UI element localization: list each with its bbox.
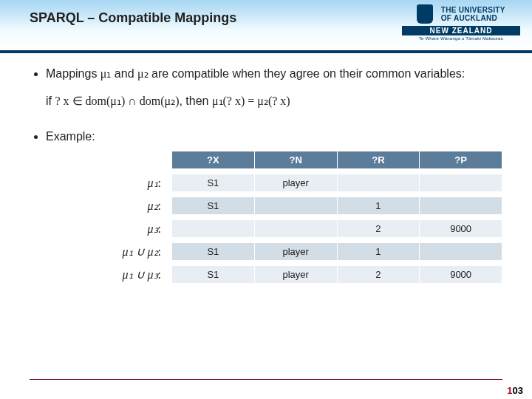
slide-header: SPARQL – Compatible Mappings THE UNIVERS… <box>0 0 532 53</box>
row-label-union12: μ₁ ∪ μ₂: <box>90 245 171 259</box>
col-x: ?X <box>172 151 255 169</box>
compat-condition: if ? x ∈ dom(μ₁) ∩ dom(μ₂), then μ₁(? x)… <box>46 94 502 108</box>
math-cond: ? x ∈ dom(μ₁) ∩ dom(μ₂) <box>55 95 179 107</box>
table-row: S1 player <box>172 174 502 192</box>
table-row: S1 player 2 9000 <box>172 266 502 284</box>
table-row: S1 player 1 <box>172 243 502 261</box>
col-p: ?P <box>420 151 502 169</box>
table-header-row: ?X ?N ?R ?P <box>172 151 502 169</box>
slide-title: SPARQL – Compatible Mappings <box>30 10 236 26</box>
logo-subtext: Te Whare Wānanga o Tāmaki Makaurau <box>402 36 520 41</box>
row-label-mu2: μ₂: <box>90 199 171 213</box>
table-row: 2 9000 <box>172 220 502 238</box>
row-label-union13: μ₁ ∪ μ₃: <box>90 267 171 282</box>
example-block: ?X ?N ?R ?P μ₁: S1 player μ₂: S1 <box>90 151 502 284</box>
slide-body: Mappings μ₁ and μ₂ are compatible when t… <box>0 53 532 284</box>
bullet-compat: Mappings μ₁ and μ₂ are compatible when t… <box>46 66 502 108</box>
bullet-example: Example: ?X ?N ?R ?P μ₁: S1 player <box>46 130 502 284</box>
col-r: ?R <box>337 151 420 169</box>
logo-bar: NEW ZEALAND <box>402 26 520 35</box>
col-n: ?N <box>254 151 337 169</box>
row-label-mu3: μ₃: <box>90 222 171 236</box>
math-mu1: μ₁ <box>100 67 112 80</box>
university-logo: THE UNIVERSITY OF AUCKLAND NEW ZEALAND T… <box>402 4 520 41</box>
table-row: S1 1 <box>172 197 502 215</box>
math-mu2: μ₂ <box>137 67 149 80</box>
crest-icon <box>417 4 433 24</box>
row-label-mu1: μ₁: <box>90 176 171 190</box>
footer-rule <box>30 379 502 380</box>
logo-text: THE UNIVERSITY OF AUCKLAND <box>441 6 505 22</box>
math-eq: μ₁(? x) = μ₂(? x) <box>212 95 290 107</box>
mappings-table: ?X ?N ?R ?P <box>171 151 502 169</box>
page-number: 103 <box>507 385 523 396</box>
